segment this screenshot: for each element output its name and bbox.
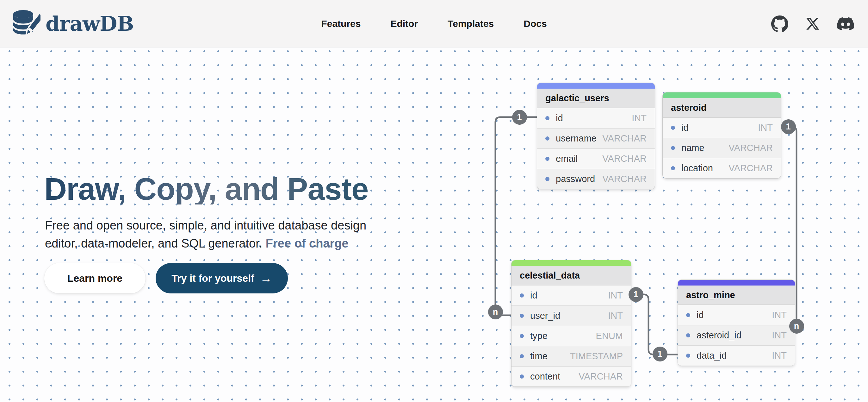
table-field-row: emailVARCHAR: [537, 148, 655, 169]
table-field-row: timeTIMESTAMP: [512, 346, 631, 366]
hero-description-line1: Free and open source, simple, and intuit…: [45, 219, 366, 232]
github-icon[interactable]: [771, 15, 788, 32]
table-field-row: idINT: [512, 285, 631, 306]
field-type: VARCHAR: [602, 153, 647, 164]
nav-links: Features Editor Templates Docs: [321, 0, 547, 48]
try-it-button[interactable]: Try it for yourself →: [156, 263, 288, 293]
field-dot-icon: [686, 333, 690, 338]
field-dot-icon: [545, 177, 550, 181]
cardinality-badge: 1: [653, 347, 668, 362]
table-asteroid: asteroididINTnameVARCHARlocationVARCHAR: [663, 92, 781, 178]
table-field-row: user_idINT: [512, 306, 631, 326]
field-dot-icon: [671, 166, 675, 170]
field-type: ENUM: [596, 331, 623, 341]
field-dot-icon: [671, 146, 675, 150]
free-of-charge-label: Free of charge: [266, 237, 349, 250]
field-dot-icon: [671, 126, 675, 130]
field-name: password: [556, 174, 595, 184]
table-field-row: nameVARCHAR: [663, 138, 781, 158]
table-accent-bar: [512, 260, 631, 266]
nav-link-features[interactable]: Features: [321, 18, 361, 29]
nav-social: [771, 0, 854, 48]
field-dot-icon: [520, 334, 524, 338]
field-name: username: [556, 133, 597, 144]
field-type: VARCHAR: [728, 143, 773, 153]
table-accent-bar: [537, 83, 655, 89]
field-dot-icon: [520, 374, 524, 379]
field-name: id: [556, 113, 563, 123]
field-dot-icon: [520, 293, 524, 297]
hero-description: Free and open source, simple, and intuit…: [45, 217, 366, 253]
table-field-row: asteroid_idINT: [678, 325, 795, 345]
field-type: VARCHAR: [728, 163, 773, 173]
field-type: INT: [772, 350, 787, 361]
field-type: INT: [772, 310, 787, 320]
table-field-row: data_idINT: [678, 345, 795, 366]
try-it-label: Try it for yourself: [172, 272, 254, 284]
field-name: name: [681, 143, 705, 153]
table-title: asteroid: [663, 98, 781, 117]
field-type: INT: [772, 330, 787, 341]
field-type: VARCHAR: [602, 174, 647, 184]
brand-name: drawDB: [45, 12, 134, 35]
nav-link-templates[interactable]: Templates: [447, 18, 494, 29]
field-name: data_id: [696, 350, 726, 361]
field-dot-icon: [520, 354, 524, 358]
cardinality-badge: n: [789, 319, 804, 334]
field-type: VARCHAR: [602, 133, 647, 144]
table-title: celestial_data: [512, 266, 631, 285]
field-dot-icon: [545, 137, 550, 141]
discord-icon[interactable]: [837, 15, 854, 32]
field-name: time: [530, 351, 548, 362]
field-dot-icon: [686, 353, 690, 358]
table-field-row: typeENUM: [512, 326, 631, 346]
field-dot-icon: [520, 314, 524, 318]
field-dot-icon: [545, 116, 550, 120]
table-field-row: idINT: [678, 305, 795, 325]
hero-title: Draw, Copy, and Paste: [44, 173, 369, 204]
table-field-row: usernameVARCHAR: [537, 128, 655, 148]
hero-description-line2: editor, data-modeler, and SQL generator.: [45, 237, 262, 250]
field-name: email: [556, 153, 578, 164]
brand-logo[interactable]: drawDB: [11, 9, 134, 38]
field-type: VARCHAR: [579, 371, 623, 382]
table-celestial_data: celestial_dataidINTuser_idINTtypeENUMtim…: [512, 260, 631, 386]
table-title: galactic_users: [537, 89, 655, 108]
field-name: id: [530, 290, 537, 301]
x-icon[interactable]: [805, 17, 820, 31]
field-dot-icon: [545, 157, 550, 161]
field-name: type: [530, 331, 548, 341]
cardinality-badge: 1: [781, 119, 796, 134]
database-pencil-logo-icon: [11, 9, 40, 38]
field-name: location: [681, 163, 713, 173]
relationship-line: [631, 294, 678, 354]
hero-buttons: Learn more Try it for yourself →: [44, 263, 288, 293]
field-type: TIMESTAMP: [570, 351, 623, 362]
table-field-row: contentVARCHAR: [512, 366, 631, 386]
field-type: INT: [608, 311, 623, 321]
field-name: id: [681, 122, 689, 133]
field-dot-icon: [686, 313, 690, 317]
arrow-right-icon: →: [260, 272, 272, 284]
table-galactic_users: galactic_usersidINTusernameVARCHARemailV…: [537, 83, 655, 189]
learn-more-button[interactable]: Learn more: [44, 263, 146, 293]
field-type: INT: [608, 290, 623, 301]
table-field-row: idINT: [537, 108, 655, 128]
table-field-row: idINT: [663, 117, 781, 138]
field-name: user_id: [530, 311, 560, 321]
cardinality-badge: n: [488, 305, 503, 319]
table-field-row: passwordVARCHAR: [537, 169, 655, 189]
navbar: drawDB Features Editor Templates Docs: [0, 0, 868, 48]
nav-link-docs[interactable]: Docs: [524, 18, 547, 29]
table-astro_mine: astro_mineidINTasteroid_idINTdata_idINT: [678, 280, 795, 366]
table-title: astro_mine: [678, 286, 795, 305]
field-type: INT: [758, 122, 773, 133]
field-name: id: [696, 310, 704, 320]
cardinality-badge: 1: [512, 110, 527, 125]
field-type: INT: [632, 113, 647, 123]
cardinality-badge: 1: [628, 287, 643, 302]
table-accent-bar: [678, 280, 795, 286]
table-accent-bar: [663, 92, 781, 98]
nav-link-editor[interactable]: Editor: [390, 18, 418, 29]
table-field-row: locationVARCHAR: [663, 158, 781, 178]
